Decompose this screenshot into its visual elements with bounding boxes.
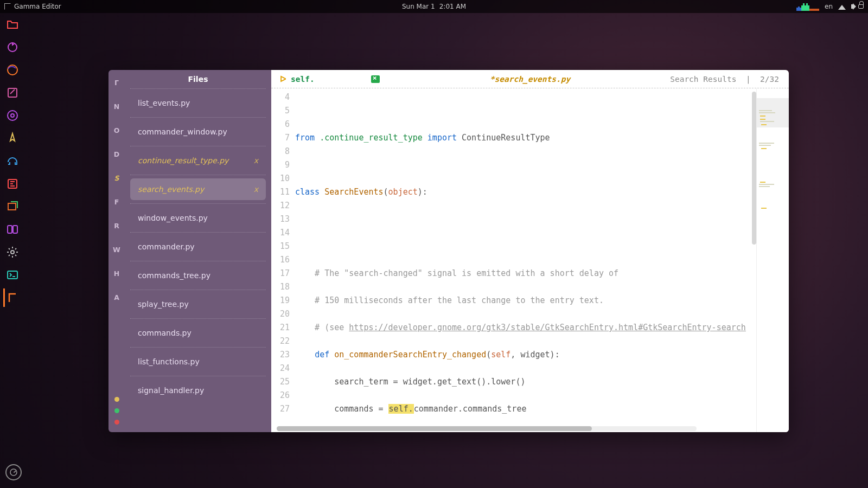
file-item[interactable]: continue_result_type.pyx [130,150,266,171]
edit-icon[interactable] [3,84,22,102]
app-window-icon [4,3,11,10]
file-close-icon[interactable]: x [254,185,258,194]
maximize-dot[interactable] [114,408,119,413]
lock-icon[interactable] [858,4,864,9]
files-title: Files [125,70,271,88]
svg-rect-6 [8,203,16,210]
gutter-letter[interactable]: Г [114,75,119,99]
search-bar[interactable]: ᐅ self. [271,75,380,84]
file-item[interactable]: signal_handler.pyx [130,380,266,401]
horizontal-scrollbar[interactable] [277,426,697,431]
firefox-icon[interactable] [3,61,22,79]
gutter-letter[interactable]: F [114,195,119,219]
code-viewport[interactable]: 4567891011121314151617181920212223242526… [271,88,752,427]
editor-window: Г N O D S F R W H A Files list_events.py… [108,70,789,432]
wifi-icon[interactable] [838,5,846,10]
search-clear-icon[interactable] [371,75,380,83]
file-item[interactable]: commands.pyx [130,322,266,344]
clock-time[interactable]: 2:01 AM [439,3,466,10]
reload-icon[interactable] [3,38,22,56]
svg-rect-10 [8,271,17,279]
file-item[interactable]: commands_tree.pyx [130,265,266,286]
settings-icon[interactable] [3,243,22,261]
svg-point-9 [11,251,14,254]
svg-point-3 [8,111,17,120]
gutter-letter[interactable]: S [114,171,119,195]
new-window-icon[interactable] [3,197,22,216]
tab-title: *search_events.py [490,75,570,84]
source-code[interactable]: from .continue_result_type import Contin… [295,88,746,427]
file-item[interactable]: list_functions.pyx [130,351,266,373]
topbar: Gamma Editor Sun Mar 1 2:01 AM en [0,0,868,13]
svg-rect-8 [13,226,17,233]
svg-point-4 [11,114,14,117]
vertical-scrollbar[interactable] [752,92,756,425]
studio-icon[interactable] [3,106,22,125]
window-traffic-lights [114,397,119,425]
keyboard-language[interactable]: en [825,3,833,10]
dual-pane-icon[interactable] [3,220,22,239]
search-results-status: Search Results | 2/32 [670,75,789,84]
minimize-dot[interactable] [114,397,119,402]
system-monitor-widget[interactable] [796,2,819,11]
close-dot[interactable] [114,420,119,425]
editor-header: ᐅ self. *search_events.py Search Results… [271,70,789,88]
gutter-letter[interactable]: N [114,99,119,123]
file-item[interactable]: splay_tree.pyx [130,293,266,315]
file-item[interactable]: commander.pyx [130,236,266,258]
file-item[interactable]: window_events.pyx [130,207,266,229]
file-item[interactable]: commander_window.pyx [130,121,266,143]
svg-rect-7 [8,226,12,233]
file-close-icon[interactable]: x [254,156,258,165]
gutter-letter[interactable]: D [114,147,119,171]
search-input[interactable]: self. [291,75,315,84]
file-item[interactable]: search_events.pyx [130,178,266,200]
gutter-letter[interactable]: W [113,242,120,266]
mode-gutter: Г N O D S F R W H A [108,70,125,432]
minimap[interactable] [756,88,789,432]
headphones-icon[interactable] [3,152,22,170]
gamma-editor-dock-icon[interactable] [3,288,22,307]
filezilla-icon[interactable] [3,175,22,193]
gutter-letter[interactable]: H [114,266,119,290]
files-sidebar: Files list_events.pyx commander_window.p… [125,70,271,432]
svg-rect-2 [8,88,17,97]
editor-area: ᐅ self. *search_events.py Search Results… [271,70,789,432]
clock-date[interactable]: Sun Mar 1 [402,3,435,10]
os-dock [0,13,25,307]
volume-icon[interactable] [851,4,853,9]
gutter-letter[interactable]: A [114,290,119,314]
gutter-letter[interactable]: R [114,219,119,242]
search-icon: ᐅ [280,75,286,84]
line-numbers: 4567891011121314151617181920212223242526… [271,88,295,427]
gutter-letter[interactable]: O [114,123,120,147]
file-item[interactable]: list_events.pyx [130,92,266,114]
start-menu-button[interactable] [5,464,22,480]
app-name: Gamma Editor [14,3,61,10]
files-icon[interactable] [3,15,22,34]
compass-icon[interactable] [3,129,22,147]
terminal-icon[interactable] [3,266,22,284]
